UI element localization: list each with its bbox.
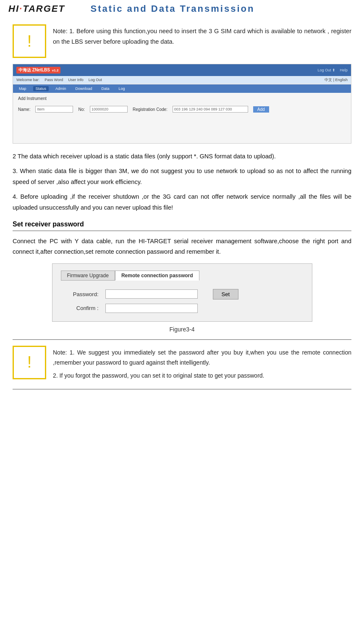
note-box-1: ! Note: 1. Before using this function,yo… <box>13 24 351 58</box>
screenshot-input-no[interactable]: 10000020 <box>90 106 128 113</box>
figure-box: Firmware Upgrade Remote connection passw… <box>52 263 312 322</box>
figure-tab-firmware[interactable]: Firmware Upgrade <box>61 271 115 281</box>
body-para-1: 2 The data which receiver upload is a st… <box>13 151 351 162</box>
figure-set-button[interactable]: Set <box>213 289 239 299</box>
screenshot-input-name[interactable]: Item <box>35 106 73 113</box>
screenshot-help: Help <box>340 68 348 72</box>
screenshot-body: Add Instrument Name: Item No: 10000020 R… <box>13 93 351 143</box>
screenshot-no-value: 10000020 <box>92 107 108 111</box>
screenshot-nav-log: Log <box>116 86 128 91</box>
screenshot-label-no: No: <box>78 107 85 112</box>
screenshot-logo-version: v1.2 <box>52 68 59 72</box>
connect-text: Connect the PC with Y data cable, run th… <box>13 236 351 257</box>
figure-caption: Figure3-4 <box>52 326 312 333</box>
note-box-2: ! Note: 1. We suggest you immediately se… <box>13 346 351 381</box>
figure-label-password: Password: <box>65 291 99 297</box>
screenshot-logo: 中海达 ZNetLBS v1.2 <box>16 67 60 74</box>
screenshot-logo-text: 中海达 ZNetLBS <box>18 68 50 72</box>
screenshot-right-actions: Log Out ⬆ Help <box>317 68 348 72</box>
page-title: Static and Data Transmission <box>65 3 280 14</box>
figure-input-confirm[interactable] <box>105 304 198 313</box>
note-text-1: Note: 1. Before using this function,you … <box>53 24 351 47</box>
logo-target: TARGET <box>23 3 65 14</box>
section-divider-top <box>13 231 351 231</box>
screenshot-name-value: Item <box>37 107 45 111</box>
screenshot-nav: Map Status Admin Download Data Log <box>13 84 351 93</box>
screenshot-nav-admin: Admin <box>53 86 69 91</box>
body-para-3: 4. Before uploading ,if the receiver shu… <box>13 192 351 213</box>
screenshot-password: Pass Word <box>45 78 63 82</box>
figure-input-password[interactable] <box>105 289 198 299</box>
warning-symbol-2: ! <box>27 353 32 371</box>
note2-line2: 2. If you forgot the password, you can s… <box>53 370 351 381</box>
figure-area: Firmware Upgrade Remote connection passw… <box>52 263 312 333</box>
screenshot-welcome: Welcome bar: <box>16 78 39 82</box>
warning-icon-2: ! <box>13 346 46 379</box>
figure-form-row-password: Password: Set <box>65 289 299 299</box>
main-content: ! Note: 1. Before using this function,yo… <box>0 16 364 398</box>
page-header: HI·TARGET Static and Data Transmission <box>0 0 364 16</box>
logo-text: HI·TARGET <box>8 3 65 14</box>
figure-tabs: Firmware Upgrade Remote connection passw… <box>61 271 304 281</box>
logo-area: HI·TARGET <box>8 3 65 14</box>
screenshot-label-reg: Registration Code: <box>133 107 168 112</box>
note-text-2: Note: 1. We suggest you immediately set … <box>53 346 351 381</box>
logo-arrow: · <box>19 3 23 14</box>
note2-line1: Note: 1. We suggest you immediately set … <box>53 347 351 368</box>
screenshot-area: 中海达 ZNetLBS v1.2 Log Out ⬆ Help Welcome … <box>13 64 351 144</box>
screenshot-form-row: Name: Item No: 10000020 Registration Cod… <box>18 106 346 113</box>
screenshot-logout: Log Out ⬆ <box>317 68 335 72</box>
warning-symbol-1: ! <box>27 32 32 50</box>
section-heading: Set receiver password <box>13 221 351 228</box>
screenshot-nav-data: Data <box>99 86 112 91</box>
screenshot-form-title: Add Instrument <box>18 96 346 101</box>
screenshot-language: 中文 | English <box>325 77 348 83</box>
screenshot-nav-download: Download <box>73 86 95 91</box>
screenshot-nav-map: Map <box>16 86 29 91</box>
screenshot-infobar: Welcome bar: Pass Word User Info Log Out… <box>13 76 351 84</box>
screenshot-topbar: 中海达 ZNetLBS v1.2 Log Out ⬆ Help <box>13 64 351 76</box>
screenshot-reg-value: 003 196 129 240 094 089 127 030 <box>174 107 232 111</box>
section-divider-bottom <box>13 339 351 340</box>
screenshot-nav-status: Status <box>33 86 49 91</box>
screenshot-input-reg[interactable]: 003 196 129 240 094 089 127 030 <box>173 106 248 113</box>
warning-icon-1: ! <box>13 24 46 58</box>
bottom-divider <box>13 389 351 389</box>
body-para-2: 3. When static data file is bigger than … <box>13 166 351 187</box>
screenshot-add-button[interactable]: Add <box>253 106 269 113</box>
screenshot-userinfo: User Info <box>68 78 84 82</box>
figure-form: Password: Set Confirm : <box>61 286 304 316</box>
figure-tab-remote-password[interactable]: Remote connection password <box>115 271 199 281</box>
logo-hi: HI <box>8 3 19 14</box>
figure-form-row-confirm: Confirm : <box>65 304 299 313</box>
screenshot-label-name: Name: <box>18 107 30 112</box>
screenshot-logout-link: Log Out <box>89 78 102 82</box>
figure-label-confirm: Confirm : <box>65 305 99 311</box>
